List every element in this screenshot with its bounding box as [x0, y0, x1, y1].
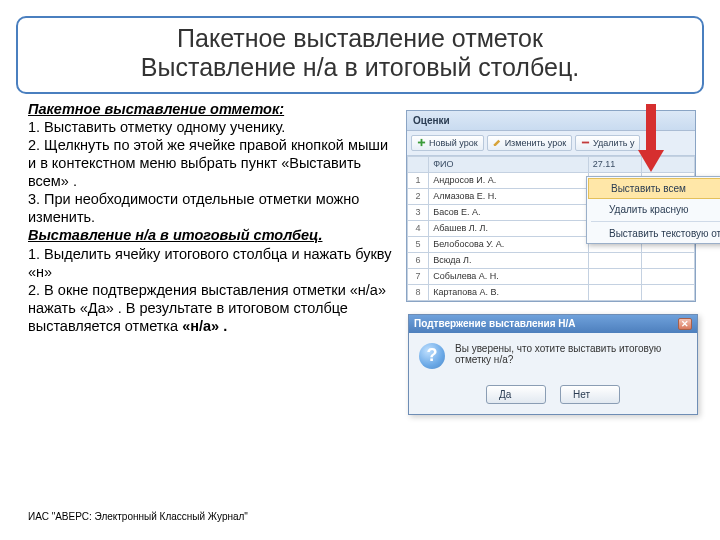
row-cell-1[interactable]	[588, 284, 641, 300]
row-cell-2[interactable]	[641, 252, 694, 268]
row-fio: Абашев Л. Л.	[429, 220, 588, 236]
new-lesson-label: Новый урок	[429, 138, 478, 148]
instructions-text: Пакетное выставление отметок: 1. Выстави…	[28, 100, 398, 430]
footer-text: ИАС "АВЕРС: Электронный Классный Журнал"	[28, 511, 248, 522]
svg-marker-4	[494, 140, 500, 146]
delete-lesson-button[interactable]: Удалить у	[575, 135, 640, 151]
edit-lesson-label: Изменить урок	[505, 138, 566, 148]
row-number: 2	[408, 188, 429, 204]
menu-set-all[interactable]: Выставить всем	[588, 178, 720, 199]
no-button[interactable]: Нет	[560, 385, 620, 404]
row-cell-1[interactable]	[588, 268, 641, 284]
title-line-2: Выставление н/а в итоговый столбец.	[141, 53, 579, 81]
row-fio: Белобосова У. А.	[429, 236, 588, 252]
red-arrow-icon	[636, 104, 666, 174]
row-cell-1[interactable]	[588, 252, 641, 268]
close-icon[interactable]: ✕	[678, 318, 692, 330]
table-row[interactable]: 8Картапова А. В.	[408, 284, 695, 300]
row-fio: Алмазова Е. Н.	[429, 188, 588, 204]
row-number: 8	[408, 284, 429, 300]
delete-lesson-label: Удалить у	[593, 138, 634, 148]
plus-icon	[417, 138, 426, 147]
dialog-title-text: Подтвержение выставления Н/А	[414, 318, 576, 329]
svg-rect-3	[418, 142, 425, 144]
dialog-message: Вы уверены, что хотите выставить итогову…	[455, 343, 687, 365]
row-fio: Картапова А. В.	[429, 284, 588, 300]
menu-separator	[591, 221, 720, 222]
table-row[interactable]: 6Всюда Л.	[408, 252, 695, 268]
yes-button[interactable]: Да	[486, 385, 546, 404]
row-fio: Басов Е. А.	[429, 204, 588, 220]
row-number: 7	[408, 268, 429, 284]
context-menu: Выставить всем Удалить красную Выставить…	[586, 176, 720, 244]
pencil-icon	[493, 138, 502, 147]
row-fio: Андросов И. А.	[429, 172, 588, 188]
row-number: 1	[408, 172, 429, 188]
row-fio: Всюда Л.	[429, 252, 588, 268]
instr-heading-1: Пакетное выставление отметок:	[28, 101, 284, 117]
instr-p5b: «н/а» .	[182, 318, 227, 334]
row-cell-2[interactable]	[641, 284, 694, 300]
instr-heading-2: Выставление н/а в итоговый столбец.	[28, 227, 322, 243]
col-date: 27.11	[588, 156, 641, 172]
row-number: 4	[408, 220, 429, 236]
instr-p3: 3. При необходимости отдельные отметки м…	[28, 191, 359, 225]
row-cell-2[interactable]	[641, 268, 694, 284]
row-number: 6	[408, 252, 429, 268]
table-row[interactable]: 7Собылева А. Н.	[408, 268, 695, 284]
svg-rect-5	[582, 142, 589, 144]
svg-rect-0	[646, 104, 656, 152]
menu-set-text-grade[interactable]: Выставить текстовую отметку	[587, 224, 720, 243]
svg-marker-1	[638, 150, 664, 172]
screenshots-area: Оценки Новый урок Изменить урок Удалить …	[406, 100, 706, 430]
new-lesson-button[interactable]: Новый урок	[411, 135, 484, 151]
row-fio: Собылева А. Н.	[429, 268, 588, 284]
title-line-1: Пакетное выставление отметок	[177, 24, 543, 52]
minus-icon	[581, 138, 590, 147]
confirm-dialog: Подтвержение выставления Н/А ✕ ? Вы увер…	[408, 314, 698, 415]
question-icon: ?	[419, 343, 445, 369]
menu-delete-red[interactable]: Удалить красную	[587, 200, 720, 219]
col-fio: ФИО	[429, 156, 588, 172]
instr-p4: 1. Выделить ячейку итогового столбца и н…	[28, 246, 391, 280]
instr-p2: 2. Щелкнуть по этой же ячейке правой кно…	[28, 137, 388, 189]
row-number: 3	[408, 204, 429, 220]
slide-title: Пакетное выставление отметок Выставление…	[16, 16, 704, 94]
edit-lesson-button[interactable]: Изменить урок	[487, 135, 572, 151]
dialog-titlebar: Подтвержение выставления Н/А ✕	[409, 315, 697, 333]
row-number: 5	[408, 236, 429, 252]
instr-p1: 1. Выставить отметку одному ученику.	[28, 119, 285, 135]
